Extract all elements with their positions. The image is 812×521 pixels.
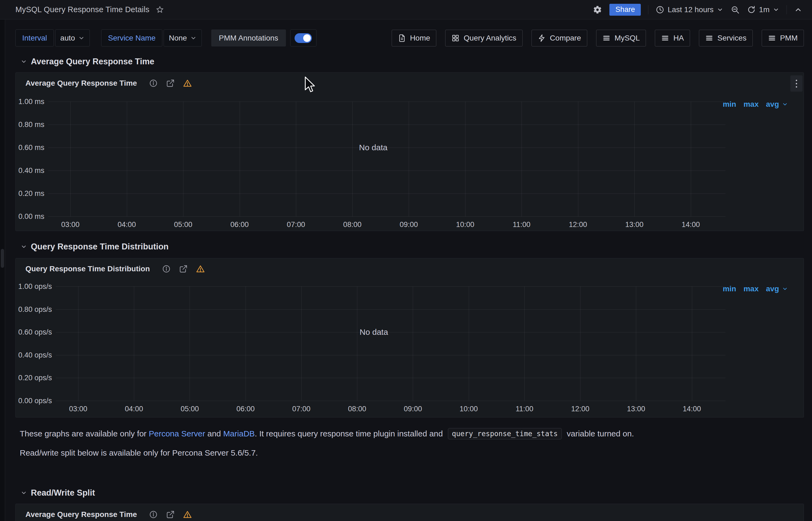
gridline-v	[245, 287, 246, 401]
nav-button-compare[interactable]: Compare	[532, 30, 587, 46]
legend: min max avg	[723, 100, 788, 109]
note-link[interactable]: Percona Server	[149, 429, 205, 438]
dashboard-controls: Interval auto Service Name None PMM Anno…	[16, 29, 804, 46]
toggle-knob	[303, 34, 311, 42]
section-query-response-time-distribution[interactable]: Query Response Time Distribution	[21, 241, 169, 253]
legend-max[interactable]: max	[744, 100, 759, 109]
list-icon	[705, 34, 713, 42]
gridline-v	[525, 287, 525, 401]
gridline-h	[48, 124, 725, 125]
x-tick-label: 11:00	[516, 405, 533, 413]
gridline-h	[48, 171, 725, 171]
gridline-v	[134, 287, 134, 401]
legend-max[interactable]: max	[744, 285, 759, 293]
panel-query-response-time-distribution: Query Response Time Distribution min max…	[16, 258, 804, 417]
nav-button-label: MySQL	[615, 34, 640, 42]
y-tick-label: 0.60 ops/s	[18, 328, 52, 336]
nav-button-pmm[interactable]: PMM	[762, 30, 804, 46]
refresh-icon	[747, 5, 756, 14]
x-tick-label: 13:00	[625, 221, 643, 229]
nav-button-home[interactable]: Home	[392, 30, 436, 46]
chevron-down-icon	[21, 490, 27, 496]
dashboard-links: HomeQuery AnalyticsCompareMySQLHAService…	[392, 30, 804, 46]
gridline-v	[296, 101, 296, 217]
x-tick-label: 05:00	[181, 405, 199, 413]
gear-icon[interactable]	[593, 5, 602, 14]
divider	[648, 5, 648, 14]
warning-icon[interactable]	[196, 265, 205, 273]
chart-plot-area[interactable]: 03:0004:0005:0006:0007:0008:0009:0010:00…	[48, 101, 725, 217]
panel-header[interactable]: Average Query Response Time	[16, 504, 804, 521]
gridline-v	[634, 101, 635, 217]
legend-avg[interactable]: avg	[766, 285, 779, 293]
list-icon	[661, 34, 669, 42]
legend-avg[interactable]: avg	[766, 100, 779, 109]
rail-handle[interactable]	[1, 249, 4, 268]
nav-button-ha[interactable]: HA	[655, 30, 690, 46]
note-link[interactable]: MariaDB	[223, 429, 255, 438]
warning-icon[interactable]	[183, 510, 192, 519]
external-link-icon[interactable]	[179, 265, 188, 273]
panel-title: Average Query Response Time	[25, 79, 137, 88]
divider	[787, 5, 787, 14]
panel-menu-button[interactable]	[790, 75, 803, 92]
zoom-out-icon[interactable]	[731, 5, 740, 14]
y-axis-labels: 1.00 ops/s0.80 ops/s0.60 ops/s0.40 ops/s…	[16, 287, 52, 401]
note-plugin-requirements: These graphs are available only for Perc…	[20, 428, 634, 439]
refresh-interval-label: 1m	[759, 5, 770, 14]
list-icon	[602, 34, 611, 42]
section-title: Query Response Time Distribution	[31, 242, 169, 252]
top-bar: MySQL Query Response Time Details Share …	[0, 0, 812, 20]
star-icon[interactable]	[156, 6, 164, 14]
y-tick-label: 1.00 ms	[18, 97, 44, 106]
time-range-picker[interactable]: Last 12 hours	[656, 5, 723, 14]
panel-header[interactable]: Query Response Time Distribution	[16, 258, 804, 279]
panel-header[interactable]: Average Query Response Time	[16, 73, 804, 94]
external-link-icon[interactable]	[166, 510, 175, 519]
gridline-v	[469, 287, 469, 401]
nav-button-label: HA	[673, 34, 684, 42]
section-avg-query-response-time[interactable]: Average Query Response Time	[21, 56, 154, 68]
gridline-v	[580, 287, 580, 401]
no-data-label: No data	[359, 143, 387, 152]
y-tick-label: 0.40 ops/s	[18, 351, 52, 359]
x-tick-label: 14:00	[683, 405, 701, 413]
warning-icon[interactable]	[183, 79, 192, 88]
service-name-variable-value[interactable]: None	[164, 29, 202, 46]
y-tick-label: 0.00 ms	[18, 212, 44, 221]
x-tick-label: 12:00	[569, 221, 587, 229]
section-read-write-split[interactable]: Read/Write Split	[21, 487, 95, 499]
info-icon[interactable]	[149, 79, 158, 88]
nav-button-query-analytics[interactable]: Query Analytics	[445, 30, 522, 46]
y-tick-label: 0.40 ms	[18, 166, 44, 175]
list-icon	[768, 34, 776, 42]
chevron-down-icon	[190, 35, 197, 41]
service-name-variable-label: Service Name	[101, 29, 162, 46]
nav-button-services[interactable]: Services	[699, 30, 752, 46]
grid-icon	[451, 34, 460, 42]
x-tick-label: 03:00	[69, 405, 87, 413]
info-icon[interactable]	[162, 265, 171, 273]
interval-variable-label: Interval	[16, 29, 54, 46]
grafana-dashboard: MySQL Query Response Time Details Share …	[0, 0, 812, 521]
info-icon[interactable]	[149, 510, 158, 519]
note-rw-split: Read/write split below is available only…	[20, 448, 258, 457]
chevron-up-icon[interactable]	[794, 6, 802, 14]
chart-plot-area[interactable]: 03:0004:0005:0006:0007:0008:0009:0010:00…	[56, 287, 725, 401]
y-tick-label: 0.60 ms	[18, 143, 44, 152]
interval-variable-value[interactable]: auto	[55, 29, 90, 46]
share-button[interactable]: Share	[610, 4, 641, 16]
gridline-v	[578, 101, 578, 217]
nav-button-label: Query Analytics	[464, 34, 516, 42]
nav-button-mysql[interactable]: MySQL	[596, 30, 646, 46]
legend: min max avg	[723, 285, 788, 293]
time-range-label: Last 12 hours	[667, 5, 713, 14]
note-text: These graphs are available only for	[20, 429, 149, 438]
refresh-picker[interactable]: 1m	[747, 5, 779, 14]
pmm-annotations-toggle[interactable]	[290, 29, 317, 46]
panel-rw-avg-query-response-time: Average Query Response Time	[16, 504, 804, 521]
gridline-v	[240, 101, 240, 217]
chevron-down-icon	[78, 35, 85, 41]
x-tick-label: 04:00	[117, 221, 136, 229]
external-link-icon[interactable]	[166, 79, 175, 88]
